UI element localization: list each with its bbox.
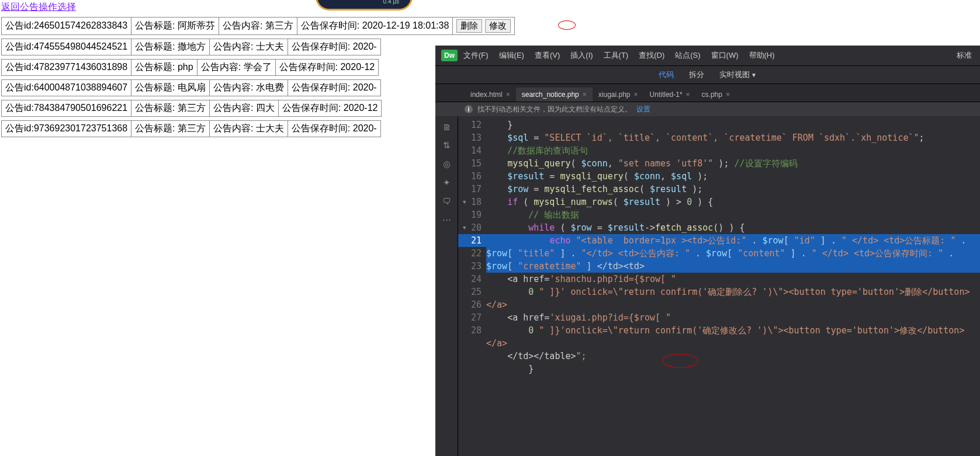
menu-item[interactable]: 工具(T) bbox=[604, 50, 629, 61]
cell-content: 公告内容: 第三方 bbox=[219, 18, 297, 35]
line-number: 14 bbox=[458, 144, 486, 157]
cell-content: 公告内容: 士大夫 bbox=[209, 121, 288, 137]
menu-item[interactable]: 编辑(E) bbox=[499, 50, 524, 61]
menu-item[interactable]: 查看(V) bbox=[535, 50, 560, 61]
line-number: 15 bbox=[458, 157, 486, 170]
cell-id: 公告id:784384790501696221 bbox=[2, 100, 131, 117]
line-number: 26 bbox=[458, 298, 486, 311]
cell-title: 公告标题: 电风扇 bbox=[131, 80, 210, 96]
code-line: //数据库的查询语句 bbox=[486, 144, 980, 157]
file-icon[interactable]: 🗎 bbox=[442, 122, 451, 132]
editor-tab[interactable]: index.html× bbox=[465, 88, 516, 102]
code-line: if ( mysqli_num_rows( $result ) > 0 ) { bbox=[486, 196, 980, 208]
workspace-label[interactable]: 标准 bbox=[957, 50, 972, 61]
menu-item[interactable]: 插入(I) bbox=[570, 50, 593, 61]
close-icon[interactable]: × bbox=[583, 90, 587, 99]
dw-view-switcher: 代码 拆分 实时视图▼ bbox=[435, 66, 980, 84]
code-line: 0 " ]}'onclick=\"return confirm('确定修改么? … bbox=[486, 324, 980, 350]
editor-tabs: index.html×search_notice.php×xiugai.php×… bbox=[435, 84, 980, 102]
browser-page: 返回公告操作选择 公告id:246501574262833843公告标题: 阿斯… bbox=[0, 0, 435, 141]
editor-tab[interactable]: xiugai.php× bbox=[593, 88, 644, 102]
code-line: // 输出数据 bbox=[486, 208, 980, 221]
line-number: 19 bbox=[458, 208, 486, 221]
cell-content: 公告内容: 学会了 bbox=[197, 60, 275, 76]
cell-time: 公告保存时间: 2020-12 bbox=[275, 60, 379, 76]
target-icon[interactable]: ◎ bbox=[443, 159, 451, 169]
code-line: <a href='xiugai.php?id={$row[ " bbox=[486, 311, 980, 324]
close-icon[interactable]: × bbox=[506, 90, 510, 99]
tab-label: xiugai.php bbox=[598, 90, 631, 99]
notice-row: 公告id:474555498044524521公告标题: 撒地方公告内容: 士大… bbox=[1, 39, 381, 55]
line-number: 24 bbox=[458, 273, 486, 286]
menu-item[interactable]: 文件(F) bbox=[463, 50, 489, 61]
cell-title: 公告标题: php bbox=[131, 60, 198, 76]
cell-title: 公告标题: 阿斯蒂芬 bbox=[131, 18, 219, 35]
dreamweaver-window: Dw 文件(F)编辑(E)查看(V)插入(I)工具(T)查找(D)站点(S)窗口… bbox=[435, 46, 980, 456]
tab-label: index.html bbox=[470, 90, 503, 99]
line-gutter: 1213141516171819202122232425262728 bbox=[458, 116, 486, 456]
cell-id: 公告id:246501574262833843 bbox=[2, 18, 131, 35]
close-icon[interactable]: × bbox=[634, 90, 638, 99]
red-circle-annotation bbox=[558, 20, 576, 30]
editor-sidebar: 🗎⇅◎✦🗨⋯ bbox=[435, 116, 458, 456]
close-icon[interactable]: × bbox=[726, 90, 730, 99]
cell-id: 公告id:478239771436031898 bbox=[2, 60, 131, 76]
cell-time: 公告保存时间: 2020- bbox=[288, 80, 380, 96]
line-number: 22 bbox=[458, 247, 486, 260]
code-line: } bbox=[486, 363, 980, 375]
cell-content: 公告内容: 士大夫 bbox=[209, 39, 288, 55]
warning-link[interactable]: 设置 bbox=[636, 105, 650, 114]
swap-icon[interactable]: ⇅ bbox=[443, 140, 451, 151]
editor-tab[interactable]: cs.php× bbox=[696, 88, 736, 102]
line-number: 23 bbox=[458, 260, 486, 273]
cell-title: 公告标题: 撒地方 bbox=[131, 39, 210, 55]
close-icon[interactable]: × bbox=[686, 90, 690, 99]
code-line: } bbox=[486, 119, 980, 131]
menu-item[interactable]: 站点(S) bbox=[675, 50, 700, 61]
wand-icon[interactable]: ✦ bbox=[443, 177, 451, 188]
modify-button[interactable]: 修改 bbox=[485, 19, 511, 33]
notice-row: 公告id:478239771436031898公告标题: php公告内容: 学会… bbox=[1, 59, 379, 76]
line-number: 25 bbox=[458, 286, 486, 298]
more-icon[interactable]: ⋯ bbox=[442, 214, 451, 225]
code-area[interactable]: } $sql = "SELECT `id`, `title`, `content… bbox=[486, 116, 980, 456]
line-number: 17 bbox=[458, 183, 486, 196]
cell-actions: 删除 修改 bbox=[453, 18, 514, 35]
tab-label: search_notice.php bbox=[522, 90, 579, 99]
code-line: <a href='shanchu.php?id={$row[ " bbox=[486, 273, 980, 286]
cell-id: 公告id:474555498044524521 bbox=[2, 39, 131, 55]
view-split[interactable]: 拆分 bbox=[689, 69, 704, 80]
code-line bbox=[486, 375, 980, 388]
notice-row: 公告id:246501574262833843公告标题: 阿斯蒂芬公告内容: 第… bbox=[1, 17, 515, 35]
notice-row: 公告id:973692301723751368公告标题: 第三方公告内容: 士大… bbox=[1, 120, 381, 137]
editor-tab[interactable]: Untitled-1*× bbox=[644, 88, 696, 102]
line-number: 27 bbox=[458, 311, 486, 324]
line-number: 16 bbox=[458, 170, 486, 183]
tab-label: Untitled-1* bbox=[650, 90, 683, 99]
editor-tab[interactable]: search_notice.php× bbox=[516, 88, 593, 102]
view-code[interactable]: 代码 bbox=[659, 69, 674, 80]
cell-id: 公告id:973692301723751368 bbox=[2, 121, 131, 137]
info-icon: i bbox=[465, 105, 473, 113]
code-line: mysqli_query( $conn, "set names 'utf8'" … bbox=[486, 157, 980, 170]
menu-item[interactable]: 查找(D) bbox=[639, 50, 664, 61]
cell-content: 公告内容: 四大 bbox=[209, 100, 278, 117]
back-link[interactable]: 返回公告操作选择 bbox=[1, 1, 76, 13]
line-number: 13 bbox=[458, 131, 486, 144]
menu-item[interactable]: 帮助(H) bbox=[749, 50, 775, 61]
notice-row: 公告id:640004871038894607公告标题: 电风扇公告内容: 水电… bbox=[1, 79, 381, 96]
cell-title: 公告标题: 第三方 bbox=[131, 100, 210, 117]
view-live[interactable]: 实时视图▼ bbox=[719, 69, 757, 80]
notice-row: 公告id:784384790501696221公告标题: 第三方公告内容: 四大… bbox=[1, 100, 382, 117]
dw-menubar: Dw 文件(F)编辑(E)查看(V)插入(I)工具(T)查找(D)站点(S)窗口… bbox=[435, 46, 980, 66]
menu-item[interactable]: 窗口(W) bbox=[711, 50, 739, 61]
code-line: $row = mysqli_fetch_assoc( $result ); bbox=[486, 183, 980, 196]
code-line: 0 " ]}' onclick=\"return confirm('确定删除么?… bbox=[486, 286, 980, 311]
cell-time: 公告保存时间: 2020- bbox=[288, 39, 380, 55]
warning-text: 找不到动态相关文件，因为此文档没有站点定义。 bbox=[477, 105, 632, 114]
dw-logo: Dw bbox=[441, 50, 458, 61]
line-number: 18 bbox=[458, 196, 486, 208]
comment-icon[interactable]: 🗨 bbox=[442, 196, 451, 206]
cell-id: 公告id:640004871038894607 bbox=[2, 80, 131, 96]
delete-button[interactable]: 删除 bbox=[456, 19, 482, 33]
